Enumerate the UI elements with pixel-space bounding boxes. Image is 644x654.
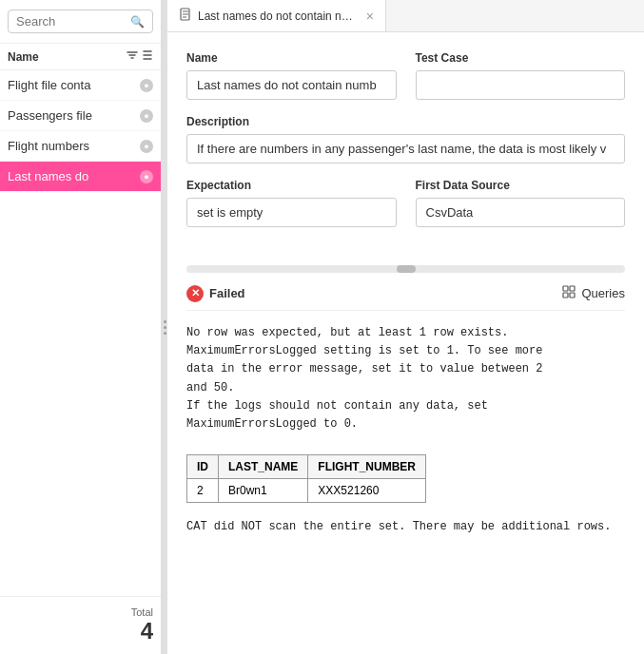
description-label: Description bbox=[186, 115, 625, 128]
expectation-input[interactable]: set is empty bbox=[186, 198, 397, 227]
horizontal-scrollbar-row bbox=[167, 261, 644, 277]
sidebar-item-passengers-file[interactable]: Passengers file ● bbox=[0, 101, 161, 131]
horizontal-scrollbar-thumb[interactable] bbox=[397, 265, 416, 273]
test-case-input[interactable] bbox=[416, 70, 626, 100]
queries-label: Queries bbox=[581, 286, 625, 300]
sidebar: 🔍 Name Flight file conta ● Passengers fi… bbox=[0, 0, 162, 654]
footer-note: CAT did NOT scan the entire set. There m… bbox=[186, 510, 625, 536]
sidebar-item-passengers-file-badge: ● bbox=[140, 109, 153, 123]
tab-close-button[interactable]: × bbox=[366, 9, 374, 24]
svg-rect-3 bbox=[563, 293, 568, 298]
name-label: Name bbox=[186, 51, 397, 65]
form-row-expectation-datasource: Expectation set is empty First Data Sour… bbox=[186, 179, 625, 227]
search-input[interactable] bbox=[16, 14, 127, 29]
table-header-last-name: LAST_NAME bbox=[219, 455, 308, 479]
failed-label: Failed bbox=[209, 286, 245, 300]
table-cell: XXX521260 bbox=[308, 479, 426, 503]
table-row: 2Br0wn1XXX521260 bbox=[187, 479, 426, 503]
table-header-id: ID bbox=[187, 455, 219, 479]
total-count: 4 bbox=[141, 618, 153, 644]
tab-last-names[interactable]: Last names do not contain num × bbox=[167, 0, 386, 31]
table-cell: Br0wn1 bbox=[219, 479, 308, 503]
failed-badge: ✕ Failed bbox=[186, 285, 245, 302]
filter-icon-1[interactable] bbox=[127, 49, 138, 64]
queries-button[interactable]: Queries bbox=[561, 284, 625, 302]
search-bar: 🔍 bbox=[0, 0, 161, 44]
sidebar-item-flight-numbers-badge: ● bbox=[140, 140, 153, 153]
tab-document-icon bbox=[179, 8, 192, 24]
result-table: ID LAST_NAME FLIGHT_NUMBER 2Br0wn1XXX521… bbox=[186, 454, 426, 503]
main-panel: Last names do not contain num × Name Las… bbox=[167, 0, 644, 654]
name-input[interactable]: Last names do not contain numb bbox=[186, 70, 397, 100]
sidebar-item-last-names[interactable]: Last names do ● bbox=[0, 162, 161, 192]
filter-icons bbox=[127, 49, 153, 64]
form-row-name-testcase: Name Last names do not contain numb Test… bbox=[186, 51, 625, 100]
queries-icon bbox=[561, 284, 576, 302]
divider-dots bbox=[164, 320, 166, 335]
failed-icon: ✕ bbox=[186, 285, 204, 302]
result-header: ✕ Failed Queries bbox=[186, 277, 625, 311]
table-cell: 2 bbox=[187, 479, 219, 503]
error-message: No row was expected, but at least 1 row … bbox=[186, 311, 625, 447]
sidebar-footer: Total 4 bbox=[0, 596, 161, 654]
form-row-description: Description If there are numbers in any … bbox=[186, 115, 625, 164]
sidebar-item-flight-file[interactable]: Flight file conta ● bbox=[0, 70, 161, 101]
search-icon: 🔍 bbox=[130, 15, 145, 29]
form-group-expectation: Expectation set is empty bbox=[186, 179, 397, 227]
sidebar-item-flight-numbers[interactable]: Flight numbers ● bbox=[0, 131, 161, 162]
form-content: Name Last names do not contain numb Test… bbox=[167, 32, 644, 261]
sidebar-header: Name bbox=[0, 44, 161, 70]
sidebar-item-flight-file-badge: ● bbox=[140, 79, 153, 92]
tab-label: Last names do not contain num bbox=[198, 10, 357, 23]
form-group-name: Name Last names do not contain numb bbox=[186, 51, 397, 100]
table-header-row: ID LAST_NAME FLIGHT_NUMBER bbox=[187, 455, 426, 479]
sidebar-item-last-names-badge: ● bbox=[140, 170, 153, 183]
first-data-source-input[interactable]: CsvData bbox=[416, 198, 626, 227]
horizontal-scrollbar-track[interactable] bbox=[186, 265, 625, 273]
sidebar-name-column-label: Name bbox=[8, 50, 39, 64]
svg-rect-2 bbox=[570, 286, 575, 291]
tab-bar: Last names do not contain num × bbox=[167, 0, 644, 32]
result-section: ✕ Failed Queries No row was expected, bu… bbox=[186, 277, 625, 654]
table-header-flight-number: FLIGHT_NUMBER bbox=[308, 455, 426, 479]
expectation-label: Expectation bbox=[186, 179, 397, 192]
filter-icon-2[interactable] bbox=[142, 49, 153, 64]
svg-rect-1 bbox=[563, 286, 568, 291]
form-group-description: Description If there are numbers in any … bbox=[186, 115, 625, 164]
test-case-label: Test Case bbox=[416, 51, 626, 65]
search-wrapper[interactable]: 🔍 bbox=[8, 10, 153, 33]
first-data-source-label: First Data Source bbox=[416, 179, 626, 192]
total-label: Total bbox=[131, 606, 153, 618]
description-input[interactable]: If there are numbers in any passenger's … bbox=[186, 134, 625, 164]
form-group-test-case: Test Case bbox=[416, 51, 626, 100]
svg-rect-4 bbox=[570, 293, 575, 298]
form-group-first-data-source: First Data Source CsvData bbox=[416, 179, 626, 227]
